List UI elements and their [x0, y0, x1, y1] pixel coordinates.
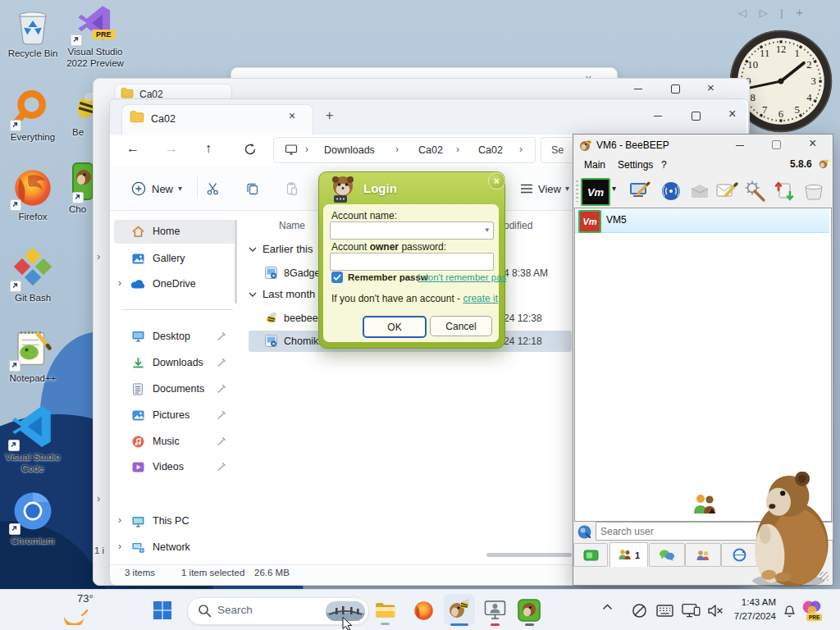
cancel-button[interactable]: Cancel [430, 316, 492, 336]
taskbar-firefox-icon[interactable] [413, 600, 435, 622]
broadcast-icon[interactable] [660, 180, 682, 203]
window-b-close-button[interactable]: × [707, 81, 714, 94]
desktop-icon-chomikbox[interactable]: Cho [48, 162, 97, 215]
breadcrumb-ca02-2[interactable]: Ca02 [478, 144, 503, 156]
up-button[interactable]: ↑ [205, 141, 212, 156]
group-chevron-icon[interactable] [249, 247, 257, 252]
status-tab-button[interactable] [573, 543, 608, 567]
documents-icon [131, 382, 144, 396]
forward-button[interactable]: → [165, 141, 178, 156]
open-chat-icon-disabled[interactable] [689, 180, 710, 202]
window-b-minimize-button[interactable] [634, 89, 642, 89]
notification-bell-icon[interactable] [783, 603, 797, 618]
menu-settings[interactable]: Settings [618, 159, 653, 171]
new-tab-button[interactable]: + [326, 108, 333, 123]
breadcrumb-downloads[interactable]: Downloads [324, 144, 375, 156]
touch-keyboard-icon[interactable] [656, 605, 673, 617]
sidebar-item-this-pc[interactable]: This PC [153, 515, 189, 527]
desktop-icon-chromium[interactable]: Chromium [0, 489, 67, 546]
file-transfer-icon[interactable] [773, 180, 796, 203]
tray-chevron-icon[interactable] [602, 604, 613, 610]
copy-icon[interactable] [245, 181, 260, 196]
taskbar-file-explorer-icon[interactable] [374, 600, 395, 620]
sidebar-item-home[interactable]: Home [153, 226, 180, 237]
login-close-button[interactable]: × [488, 172, 505, 189]
horizontal-scrollbar[interactable] [486, 553, 572, 557]
sidebar-item-videos[interactable]: Videos [153, 461, 184, 472]
refresh-icon[interactable] [244, 143, 257, 156]
breadcrumb-ca02[interactable]: Ca02 [418, 144, 443, 156]
create-account-link[interactable]: create it [463, 293, 498, 304]
explorer-minimize-button[interactable] [654, 116, 662, 116]
new-button[interactable]: New [152, 183, 173, 195]
expander-icon[interactable]: › [118, 514, 121, 526]
file-group-label[interactable]: Last month [262, 288, 315, 300]
sidebar-item-desktop[interactable]: Desktop [153, 331, 190, 342]
window-b-expander-icon[interactable]: › [97, 492, 100, 504]
sidebar-item-music[interactable]: Music [153, 436, 180, 447]
desktop-icon-beebeep[interactable]: Be [48, 89, 97, 138]
sidebar-item-pictures[interactable]: Pictures [153, 409, 189, 421]
remember-password-checkbox[interactable] [331, 272, 343, 283]
explorer-search-text: Se [551, 144, 564, 156]
explorer-maximize-button[interactable] [692, 112, 701, 121]
beebeep-maximize-button[interactable] [772, 140, 781, 149]
desktop-icon-vscode[interactable]: Visual Studio Code [0, 404, 67, 474]
tab-close-icon[interactable]: × [289, 109, 295, 122]
sidebar-item-onedrive[interactable]: OneDrive [153, 278, 196, 290]
window-b-maximize-button[interactable] [671, 84, 680, 94]
group-chevron-icon[interactable] [249, 292, 257, 297]
sidebar-item-downloads[interactable]: Downloads [153, 357, 203, 368]
desktop-icon-git-bash[interactable]: Git Bash [0, 248, 67, 304]
weather-temp[interactable]: 73° [77, 592, 94, 605]
beebeep-minimize-button[interactable] [736, 145, 744, 146]
gadget-next-button[interactable]: ▷ [760, 7, 773, 19]
edit-profile-icon[interactable] [628, 180, 651, 203]
menu-main[interactable]: Main [584, 159, 605, 171]
sidebar-item-gallery[interactable]: Gallery [153, 253, 185, 264]
cast-display-icon[interactable] [682, 603, 701, 619]
window-b-expander-icon[interactable]: › [97, 250, 100, 262]
desktop-icon-notepadpp[interactable]: Notepad++ [0, 326, 67, 384]
expander-icon[interactable]: › [118, 541, 121, 552]
back-button[interactable]: ← [126, 141, 139, 156]
sidebar-scrollbar[interactable] [235, 220, 237, 304]
expander-icon[interactable]: › [118, 277, 121, 289]
column-header-modified[interactable]: odified [504, 220, 532, 231]
desktop-icon-vs2022-preview[interactable]: PRE Visual Studio 2022 Preview [61, 5, 130, 69]
taskbar-beebeep-icon[interactable] [448, 598, 471, 621]
groups-tab-button[interactable] [685, 543, 721, 567]
vm-profile-badge[interactable]: Vm [581, 178, 610, 206]
cut-icon[interactable] [206, 181, 221, 196]
view-button[interactable]: View [538, 183, 561, 195]
settings-wand-icon[interactable] [743, 180, 766, 203]
volume-muted-icon[interactable] [707, 604, 724, 618]
gadget-add-button[interactable]: + [796, 5, 808, 19]
column-header-name[interactable]: Name [279, 220, 305, 231]
users-tab-button-active[interactable]: 1 [609, 542, 648, 567]
sidebar-item-documents[interactable]: Documents [153, 383, 204, 395]
paste-icon[interactable] [285, 181, 299, 196]
chats-tab-button[interactable] [649, 543, 685, 567]
compose-message-icon[interactable] [715, 180, 738, 203]
tray-clock[interactable]: 1:43 AM 7/27/2024 [722, 596, 776, 623]
menu-help[interactable]: ? [661, 159, 667, 171]
vm-badge-caret-icon[interactable]: ▾ [612, 184, 616, 193]
account-name-combobox[interactable]: ▾ [330, 221, 494, 240]
ok-button[interactable]: OK [363, 316, 427, 338]
sidebar-item-network[interactable]: Network [153, 541, 190, 553]
forgot-password-link[interactable]: I don't remember pas [418, 272, 506, 282]
start-button[interactable] [153, 600, 172, 620]
toolbar-grip[interactable] [576, 180, 578, 202]
gadget-prev-button[interactable]: ◁ [738, 7, 751, 19]
account-password-input[interactable] [330, 253, 494, 271]
taskbar-remote-app-icon[interactable] [484, 600, 506, 621]
file-group-label[interactable]: Earlier this [262, 243, 313, 255]
desktop-icon-recycle-bin[interactable]: Recycle Bin [0, 7, 67, 59]
beebeep-close-button[interactable]: × [809, 137, 816, 149]
do-not-disturb-icon[interactable] [632, 603, 647, 619]
weather-icon[interactable] [61, 604, 89, 625]
taskbar-chomikbox-icon[interactable] [518, 599, 541, 622]
trash-box-icon[interactable] [802, 180, 825, 203]
explorer-close-button[interactable]: × [728, 107, 736, 120]
